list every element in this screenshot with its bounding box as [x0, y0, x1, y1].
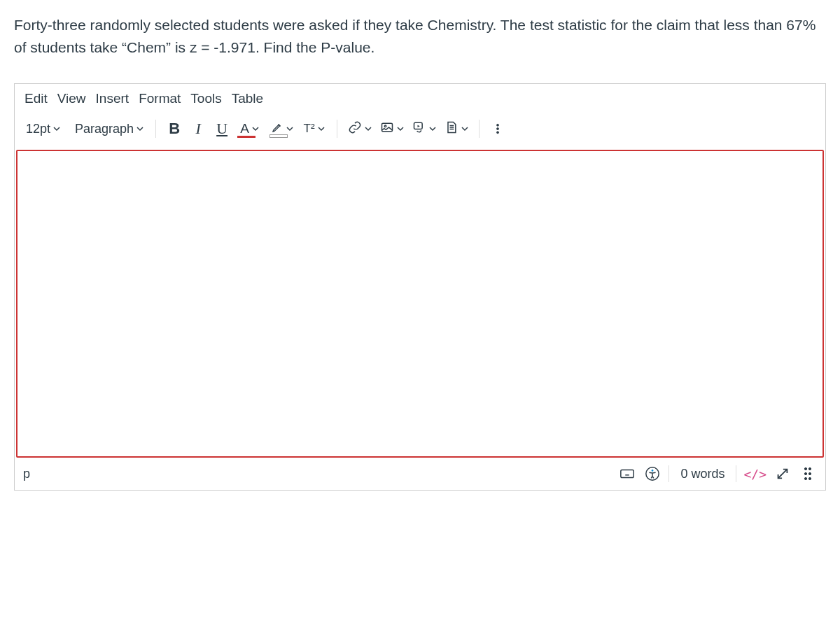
svg-point-13 [804, 477, 806, 479]
statusbar-divider [736, 465, 736, 482]
fullscreen-button[interactable] [774, 465, 792, 483]
menubar: Edit View Insert Format Tools Table [15, 84, 825, 113]
chevron-down-icon [251, 125, 260, 133]
keyboard-shortcuts-button[interactable] [618, 465, 636, 483]
accessibility-icon [645, 466, 660, 481]
underline-label: U [216, 120, 227, 138]
keyboard-icon [620, 466, 635, 481]
resize-icon [775, 466, 790, 481]
drag-handle-icon [803, 467, 813, 481]
question-text: Forty-three randomly selected students w… [14, 14, 826, 58]
text-color-label: A [240, 121, 249, 136]
chevron-down-icon [286, 125, 294, 133]
link-icon [348, 120, 362, 138]
chevron-down-icon [52, 125, 61, 133]
menu-insert[interactable]: Insert [96, 91, 130, 106]
svg-point-12 [808, 472, 811, 474]
more-vertical-icon [491, 122, 504, 135]
font-size-select[interactable]: 12pt [22, 118, 65, 140]
chevron-down-icon [461, 125, 469, 133]
bold-button[interactable]: B [163, 118, 186, 140]
svg-point-9 [804, 467, 806, 470]
statusbar: p 0 words </> [15, 458, 825, 490]
toolbar-divider [155, 120, 156, 138]
italic-label: I [195, 120, 200, 138]
chevron-down-icon [396, 125, 405, 133]
svg-point-3 [497, 124, 499, 126]
svg-rect-0 [382, 123, 392, 132]
menu-tools[interactable]: Tools [190, 91, 221, 106]
chevron-down-icon [317, 125, 326, 133]
highlight-color-button[interactable] [267, 118, 298, 140]
superscript-button[interactable]: T² [299, 118, 330, 140]
accessibility-checker-button[interactable] [643, 465, 662, 483]
more-button[interactable] [486, 118, 509, 140]
drag-handle[interactable] [799, 465, 817, 483]
link-button[interactable] [344, 118, 375, 140]
element-path[interactable]: p [23, 467, 30, 481]
media-button[interactable] [409, 118, 440, 140]
chevron-down-icon [136, 125, 144, 133]
toolbar-divider [479, 120, 479, 138]
menu-edit[interactable]: Edit [24, 91, 48, 106]
svg-point-10 [808, 467, 811, 470]
statusbar-divider [668, 465, 669, 482]
rich-text-editor: Edit View Insert Format Tools Table 12pt… [14, 83, 826, 491]
html-view-button[interactable]: </> [743, 467, 766, 481]
svg-point-4 [497, 128, 499, 130]
svg-point-11 [804, 472, 806, 474]
svg-point-5 [497, 132, 499, 134]
block-format-label: Paragraph [75, 122, 134, 136]
toolbar-divider [337, 120, 337, 138]
highlighter-icon [271, 121, 284, 137]
underline-button[interactable]: U [211, 118, 233, 140]
svg-point-14 [808, 477, 811, 479]
menu-format[interactable]: Format [139, 91, 181, 106]
bold-label: B [169, 120, 180, 138]
image-icon [380, 120, 394, 138]
editor-content-area[interactable] [16, 150, 824, 458]
svg-rect-6 [621, 470, 634, 478]
svg-point-1 [384, 125, 386, 127]
word-count[interactable]: 0 words [676, 467, 729, 481]
menu-view[interactable]: View [57, 91, 86, 106]
document-button[interactable] [441, 118, 472, 140]
font-size-label: 12pt [26, 122, 50, 136]
document-icon [444, 120, 458, 138]
text-color-button[interactable]: A [234, 118, 265, 140]
block-format-select[interactable]: Paragraph [71, 118, 148, 140]
media-icon [412, 120, 426, 138]
italic-button[interactable]: I [187, 118, 209, 140]
toolbar: 12pt Paragraph B I U A [15, 113, 825, 150]
chevron-down-icon [364, 125, 372, 133]
superscript-label: T² [304, 122, 315, 136]
image-button[interactable] [377, 118, 407, 140]
svg-point-8 [652, 470, 654, 472]
menu-table[interactable]: Table [232, 91, 263, 106]
chevron-down-icon [428, 125, 437, 133]
